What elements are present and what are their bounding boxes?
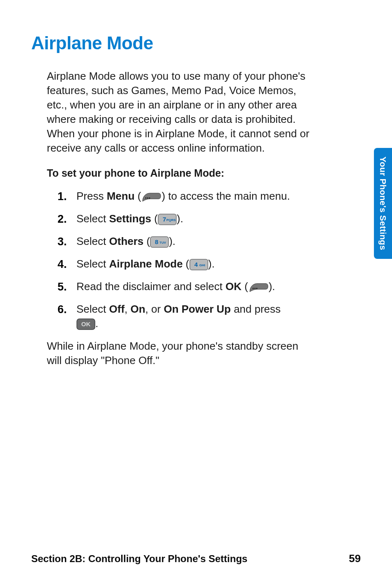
step-text: ( — [143, 235, 150, 247]
svg-point-12 — [252, 288, 254, 289]
page-title: Airplane Mode — [31, 33, 361, 53]
ok-key-icon: OK — [76, 318, 95, 330]
section-side-tab: Your Phone's Settings — [374, 148, 392, 259]
page-number: 59 — [349, 552, 361, 565]
step-text: Select — [76, 303, 109, 315]
key-8-tuv-icon: 8TUV — [150, 236, 169, 248]
step-text: Read the disclaimer and select — [76, 280, 226, 293]
svg-point-13 — [254, 288, 256, 289]
svg-text:4: 4 — [194, 261, 198, 268]
step-5: Read the disclaimer and select OK (). — [58, 279, 295, 294]
left-softkey-icon — [141, 191, 161, 202]
procedure-list: Press Menu () to access the main menu. S… — [58, 189, 295, 331]
svg-point-14 — [256, 288, 257, 289]
step-4: Select Airplane Mode (4GHI). — [58, 257, 295, 271]
svg-point-0 — [145, 197, 147, 198]
svg-text:8: 8 — [155, 238, 158, 245]
step-text: ). — [169, 235, 175, 247]
step-text: ( — [151, 212, 158, 225]
step-text: ( — [135, 190, 141, 202]
step-text: Select — [76, 212, 109, 225]
step-3: Select Others (8TUV). — [58, 234, 295, 249]
svg-rect-9 — [190, 259, 208, 270]
svg-point-1 — [148, 197, 149, 198]
step-text: and press — [231, 303, 281, 315]
step-text: ). — [208, 258, 215, 270]
closing-paragraph: While in Airplane Mode, your phone's sta… — [47, 339, 303, 368]
svg-text:TUV: TUV — [159, 241, 166, 244]
step-keyword: Others — [109, 235, 144, 247]
step-2: Select Settings (7PQRS). — [58, 212, 295, 226]
svg-text:7: 7 — [163, 216, 166, 223]
step-text: , or — [145, 303, 164, 315]
step-text: ) to access the main menu. — [161, 190, 290, 202]
key-4-ghi-icon: 4GHI — [189, 259, 208, 270]
step-text: ( — [242, 280, 248, 293]
step-keyword: Menu — [107, 190, 135, 202]
step-text: . — [95, 317, 98, 330]
side-tab-label: Your Phone's Settings — [378, 157, 388, 250]
manual-page: Airplane Mode Airplane Mode allows you t… — [0, 0, 392, 588]
step-1: Press Menu () to access the main menu. — [58, 189, 295, 203]
step-keyword: OK — [226, 280, 242, 293]
step-text: ). — [177, 212, 183, 225]
left-softkey-icon — [248, 282, 269, 293]
svg-text:GHI: GHI — [199, 263, 205, 267]
step-text: Select — [76, 235, 109, 247]
step-keyword: On — [131, 303, 145, 315]
step-keyword: Settings — [109, 212, 152, 225]
key-7-pqrs-icon: 7PQRS — [158, 214, 177, 225]
procedure-heading: To set your phone to Airplane Mode: — [47, 167, 361, 179]
step-text: ( — [183, 258, 189, 270]
step-keyword: Off — [109, 303, 125, 315]
footer-section-title: Section 2B: Controlling Your Phone's Set… — [31, 553, 247, 565]
intro-paragraph: Airplane Mode allows you to use many of … — [47, 69, 311, 156]
page-footer: Section 2B: Controlling Your Phone's Set… — [31, 552, 361, 565]
svg-point-2 — [149, 197, 150, 198]
step-text: ). — [269, 280, 275, 293]
step-keyword: On Power Up — [164, 303, 231, 315]
step-text: Press — [76, 190, 107, 202]
step-text: , — [125, 303, 130, 315]
svg-text:PQRS: PQRS — [166, 218, 176, 222]
step-keyword: Airplane Mode — [109, 258, 183, 270]
step-6: Select Off, On, or On Power Up and press… — [58, 302, 295, 331]
svg-text:OK: OK — [81, 321, 91, 327]
step-text: Select — [76, 258, 109, 270]
